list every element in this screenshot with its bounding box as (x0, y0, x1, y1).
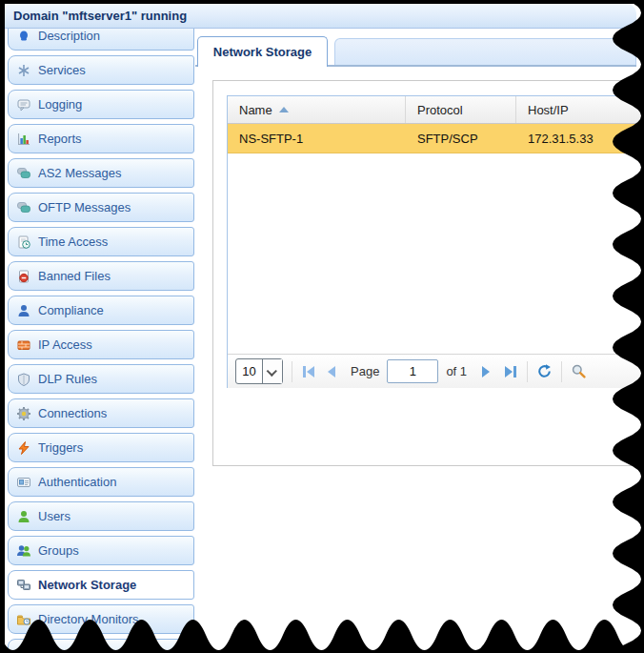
tab-strip-filler (334, 38, 636, 65)
description-icon (16, 29, 31, 44)
sidebar-item-logging[interactable]: Logging (8, 90, 194, 119)
tab-label: Network Storage (213, 45, 312, 59)
sidebar-item-label: Directory Monitors (38, 612, 138, 626)
select-dropdown-button (262, 359, 282, 383)
cell-name: NS-SFTP-1 (228, 124, 406, 153)
connections-icon (16, 406, 31, 421)
last-page-icon (505, 366, 513, 378)
sidebar-item-label: Connections (38, 406, 107, 420)
sidebar-item-drop-zones[interactable]: Drop Zones (8, 639, 194, 653)
users-icon (16, 509, 31, 524)
authentication-icon (16, 475, 31, 490)
drop-zones-icon (16, 646, 31, 653)
first-page-icon (303, 366, 306, 378)
messages-icon (16, 166, 31, 181)
sidebar-item-services[interactable]: Services (8, 55, 194, 85)
reports-icon (16, 132, 31, 147)
sidebar-item-label: Reports (38, 132, 82, 146)
sidebar-item-label: Banned Files (38, 269, 111, 283)
directory-monitors-icon (16, 612, 31, 627)
first-page-button[interactable] (301, 364, 316, 379)
previous-page-icon (328, 366, 335, 378)
table-header-row: Name Protocol Host/IP (228, 96, 643, 124)
table-row[interactable]: NS-SFTP-1 SFTP/SCP 172.31.5.33 (228, 124, 643, 153)
sort-ascending-icon (279, 107, 289, 112)
cell-protocol: SFTP/SCP (406, 124, 516, 153)
network-storage-table: Name Protocol Host/IP NS-SFTP-1 SFTP/SCP… (227, 95, 644, 388)
next-page-button[interactable] (480, 364, 492, 379)
sidebar-item-label: Logging (38, 97, 82, 112)
refresh-icon[interactable] (536, 363, 553, 379)
sidebar-item-directory-monitors[interactable]: Directory Monitors (8, 604, 194, 634)
sidebar-item-label: Description (38, 29, 100, 43)
dlp-rules-icon (16, 372, 31, 387)
previous-page-button[interactable] (326, 364, 337, 379)
sidebar-item-label: DLP Rules (38, 372, 97, 386)
sidebar-item-reports[interactable]: Reports (8, 124, 194, 153)
ip-access-icon (16, 337, 31, 353)
window-title: Domain "mftserver1" running (13, 9, 187, 23)
page-of-label: of 1 (446, 364, 467, 378)
sidebar-item-label: Time Access (38, 235, 108, 249)
sidebar-item-compliance[interactable]: Compliance (8, 296, 194, 325)
services-icon (16, 63, 31, 78)
compliance-icon (16, 303, 31, 318)
screenshot-canvas: Domain "mftserver1" running DescriptionS… (0, 0, 644, 653)
page-size-value: 10 (236, 359, 262, 383)
sidebar-item-label: Services (38, 63, 86, 77)
sidebar-item-users[interactable]: Users (8, 501, 194, 531)
messages-icon (16, 200, 31, 215)
sidebar-item-label: Users (38, 509, 70, 523)
sidebar-item-authentication[interactable]: Authentication (8, 467, 194, 497)
sidebar-item-label: Network Storage (38, 578, 136, 592)
next-page-icon (482, 366, 490, 378)
sidebar-item-label: Groups (38, 543, 79, 558)
search-icon[interactable] (571, 363, 587, 379)
sidebar-item-network-storage[interactable]: Network Storage (8, 570, 194, 600)
time-access-icon (16, 235, 31, 250)
sidebar-item-ip-access[interactable]: IP Access (8, 330, 194, 359)
divider (292, 361, 292, 382)
last-page-button[interactable] (503, 364, 518, 379)
sidebar-item-label: AS2 Messages (38, 166, 121, 180)
window-title-bar: Domain "mftserver1" running (5, 4, 636, 29)
sidebar-item-banned-files[interactable]: Banned Files (8, 261, 194, 291)
sidebar-item-dlp-rules[interactable]: DLP Rules (8, 364, 194, 394)
sidebar-item-connections[interactable]: Connections (8, 398, 194, 428)
cell-host-ip: 172.31.5.33 (516, 124, 643, 153)
sidebar-item-groups[interactable]: Groups (8, 536, 194, 565)
network-storage-icon (16, 578, 31, 593)
page-label: Page (351, 364, 379, 378)
sidebar-item-label: Authentication (38, 475, 116, 489)
divider (527, 361, 528, 382)
banned-files-icon (16, 269, 31, 284)
column-header-name[interactable]: Name (228, 96, 406, 123)
column-header-protocol[interactable]: Protocol (406, 96, 516, 123)
chevron-down-icon (267, 365, 277, 376)
column-header-host-ip[interactable]: Host/IP (516, 96, 643, 123)
sidebar-item-label: Compliance (38, 303, 104, 317)
pagination-bar: 10 Page of 1 (228, 354, 643, 388)
sidebar-item-label: Drop Zones (38, 646, 103, 653)
tab-network-storage[interactable]: Network Storage (197, 36, 328, 67)
sidebar-item-oftp-messages[interactable]: OFTP Messages (8, 193, 194, 222)
sidebar-item-label: IP Access (38, 337, 92, 352)
sidebar-item-label: OFTP Messages (38, 200, 131, 214)
page-size-select[interactable]: 10 (235, 358, 283, 384)
sidebar-item-triggers[interactable]: Triggers (8, 433, 194, 462)
logging-icon (16, 97, 31, 112)
sidebar-item-time-access[interactable]: Time Access (8, 227, 194, 256)
sidebar-item-as2-messages[interactable]: AS2 Messages (8, 158, 194, 188)
divider (561, 361, 562, 382)
sidebar-item-label: Triggers (38, 440, 83, 455)
groups-icon (16, 543, 31, 559)
triggers-icon (16, 440, 31, 456)
page-number-input[interactable] (387, 359, 438, 383)
